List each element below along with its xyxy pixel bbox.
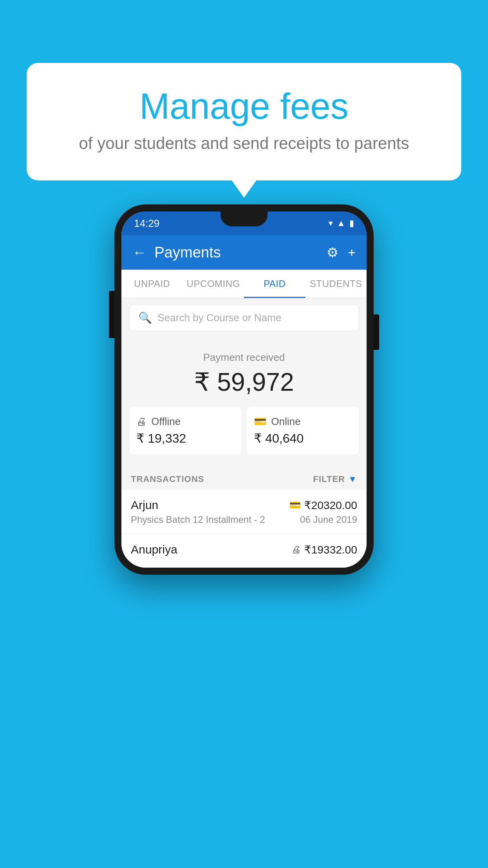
transaction-top: Arjun 💳 ₹20320.00 [131,498,357,512]
search-icon: 🔍 [138,311,152,324]
amount-value: ₹19332.00 [304,543,357,556]
tab-students[interactable]: STUDENTS [305,270,367,298]
tab-paid[interactable]: PAID [244,270,305,298]
payment-type-icon: 🖨 [292,544,301,555]
back-button[interactable]: ← [132,244,147,261]
filter-label: FILTER [313,474,345,484]
signal-icon: ▲ [337,218,345,228]
amount-value: ₹20320.00 [304,499,357,512]
filter-icon: ▼ [348,474,357,484]
tab-unpaid[interactable]: UNPAID [121,270,183,298]
speech-bubble: Manage fees of your students and send re… [27,63,461,180]
online-label: Online [271,416,301,428]
offline-card-header: 🖨 Offline [136,416,234,428]
transaction-amount: 🖨 ₹19332.00 [292,543,357,556]
bubble-subtitle: of your students and send receipts to pa… [58,134,430,153]
status-time: 14:29 [134,217,160,230]
student-name: Arjun [131,498,158,512]
phone-mockup: 14:29 ▾ ▲ ▮ ← Payments ⚙ + [114,204,374,575]
payment-type-icon: 💳 [289,500,301,511]
settings-icon[interactable]: ⚙ [327,245,338,260]
offline-amount: ₹ 19,332 [136,431,234,446]
transaction-bottom: Physics Batch 12 Installment - 2 06 June… [131,514,357,525]
search-input[interactable]: 🔍 Search by Course or Name [129,305,359,331]
tab-upcoming[interactable]: UPCOMING [183,270,244,298]
transaction-date: 06 June 2019 [300,514,357,525]
bubble-title: Manage fees [58,86,430,126]
payment-total: ₹ 59,972 [129,368,359,397]
course-info: Physics Batch 12 Installment - 2 [131,514,265,525]
student-name: Anupriya [131,543,177,556]
add-icon[interactable]: + [348,245,356,260]
payment-cards: 🖨 Offline ₹ 19,332 💳 Online ₹ 40,640 [129,407,359,454]
transactions-header: TRANSACTIONS FILTER ▼ [121,466,367,490]
phone-screen: 14:29 ▾ ▲ ▮ ← Payments ⚙ + [121,211,367,568]
online-card-header: 💳 Online [254,416,352,428]
app-header: ← Payments ⚙ + [121,235,367,270]
transaction-row[interactable]: Arjun 💳 ₹20320.00 Physics Batch 12 Insta… [121,490,367,534]
speech-bubble-section: Manage fees of your students and send re… [27,63,461,180]
tab-bar: UNPAID UPCOMING PAID STUDENTS [121,270,367,298]
online-icon: 💳 [254,416,266,428]
phone-notch [220,211,268,226]
online-amount: ₹ 40,640 [254,431,352,446]
page-title: Payments [154,244,319,261]
transaction-row[interactable]: Anupriya 🖨 ₹19332.00 [121,534,367,568]
transactions-label: TRANSACTIONS [131,474,204,484]
wifi-icon: ▾ [328,218,333,228]
transaction-top: Anupriya 🖨 ₹19332.00 [131,543,357,556]
payment-label: Payment received [129,351,359,364]
header-actions: ⚙ + [327,245,356,260]
status-icons: ▾ ▲ ▮ [328,218,354,228]
search-section: 🔍 Search by Course or Name [121,298,367,337]
transaction-amount: 💳 ₹20320.00 [289,499,357,512]
battery-icon: ▮ [349,218,354,228]
payment-summary: Payment received ₹ 59,972 🖨 Offline ₹ 19… [121,337,367,466]
offline-card: 🖨 Offline ₹ 19,332 [129,407,241,454]
filter-button[interactable]: FILTER ▼ [313,474,357,484]
offline-icon: 🖨 [136,416,147,428]
offline-label: Offline [151,416,181,428]
online-card: 💳 Online ₹ 40,640 [247,407,359,454]
phone-frame: 14:29 ▾ ▲ ▮ ← Payments ⚙ + [114,204,374,575]
search-placeholder: Search by Course or Name [158,312,281,324]
